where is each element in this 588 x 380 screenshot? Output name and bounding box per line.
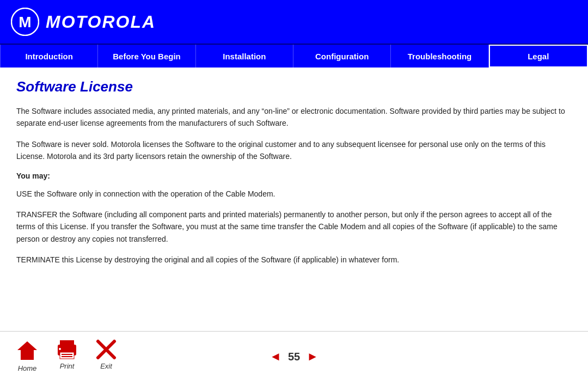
footer-buttons: Home Print Exit xyxy=(16,339,117,372)
print-label: Print xyxy=(60,362,75,370)
nav-before-you-begin[interactable]: Before You Begin xyxy=(98,45,195,68)
print-button[interactable]: Print xyxy=(54,339,79,370)
home-label: Home xyxy=(18,364,37,372)
exit-label: Exit xyxy=(100,362,112,370)
prev-page-button[interactable]: ◄ xyxy=(270,350,281,364)
exit-button[interactable]: Exit xyxy=(96,339,117,370)
navbar: Introduction Before You Begin Installati… xyxy=(0,44,588,68)
home-button[interactable]: Home xyxy=(16,339,38,372)
paragraph-1: The Software includes associated media, … xyxy=(16,105,572,130)
you-may-label: You may: xyxy=(16,171,572,180)
nav-troubleshooting[interactable]: Troubleshooting xyxy=(391,45,488,68)
bullet-3: TERMINATE this License by destroying the… xyxy=(16,254,572,266)
footer: Home Print Exit ◄ 55 ► xyxy=(0,331,588,380)
home-icon xyxy=(16,339,38,362)
page-title: Software License xyxy=(16,78,572,95)
motorola-logo: M MOTOROLA xyxy=(11,8,156,36)
nav-configuration[interactable]: Configuration xyxy=(293,45,391,68)
print-icon xyxy=(54,339,79,360)
svg-text:M: M xyxy=(19,14,31,30)
svg-point-9 xyxy=(59,348,61,350)
nav-introduction[interactable]: Introduction xyxy=(0,45,98,68)
header: M MOTOROLA xyxy=(0,0,588,44)
nav-installation[interactable]: Installation xyxy=(196,45,293,68)
svg-rect-7 xyxy=(62,354,72,355)
nav-legal[interactable]: Legal xyxy=(489,45,588,68)
page-number-area: ◄ 55 ► xyxy=(270,350,318,364)
page-number: 55 xyxy=(288,351,300,363)
svg-rect-3 xyxy=(24,353,30,360)
brand-name: MOTOROLA xyxy=(46,12,156,32)
svg-rect-6 xyxy=(60,352,74,359)
exit-icon xyxy=(96,339,117,360)
svg-rect-8 xyxy=(62,356,72,357)
bullet-2: TRANSFER the Software (including all com… xyxy=(16,209,572,245)
next-page-button[interactable]: ► xyxy=(307,350,318,364)
bullet-1: USE the Software only in connection with… xyxy=(16,188,572,200)
paragraph-2: The Software is never sold. Motorola lic… xyxy=(16,138,572,163)
motorola-m-icon: M xyxy=(11,8,39,36)
main-content: Software License The Software includes a… xyxy=(0,68,588,286)
svg-rect-5 xyxy=(60,340,74,346)
